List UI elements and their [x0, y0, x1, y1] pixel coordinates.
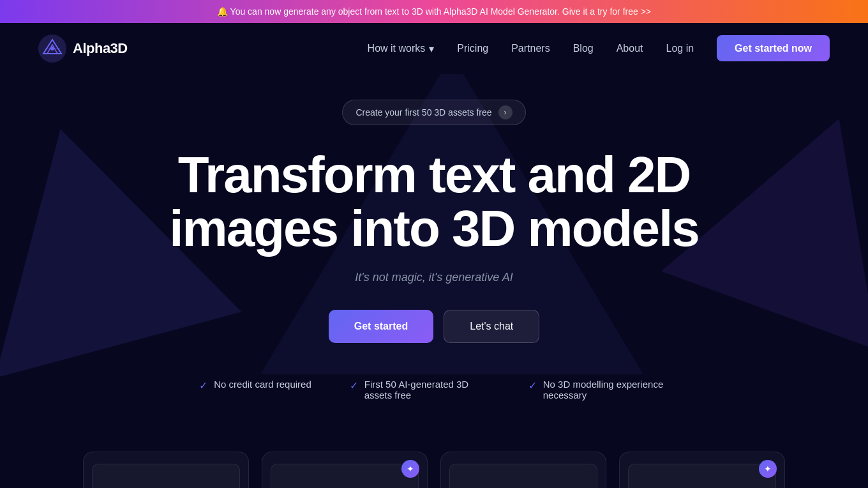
bell-icon: 🔔 — [217, 6, 228, 17]
sparkle-icon: ✦ — [407, 464, 414, 474]
nav-item-pricing[interactable]: Pricing — [457, 43, 488, 54]
headline-line2: images into 3D models — [169, 200, 698, 257]
card-4-inner — [628, 464, 776, 488]
navbar: Alpha3D How it works ▾ Pricing Partners … — [0, 23, 868, 74]
badge-arrow-icon: › — [498, 105, 513, 119]
lets-chat-button[interactable]: Let's chat — [444, 310, 539, 343]
features-row: ✓ No credit card required ✓ First 50 AI-… — [199, 379, 669, 400]
hero-subtext: It's not magic, it's generative AI — [355, 271, 513, 284]
chevron-down-icon: ▾ — [429, 43, 434, 55]
logo-icon — [38, 34, 66, 63]
check-icon-1: ✓ — [199, 379, 207, 392]
headline-line1: Transform text and 2D — [178, 146, 691, 203]
nav-item-about[interactable]: About — [617, 43, 643, 54]
hero-headline: Transform text and 2D images into 3D mod… — [169, 148, 698, 255]
badge-text: Create your first 50 3D assets free — [355, 107, 491, 118]
card-2-inner — [271, 464, 419, 488]
get-started-button[interactable]: Get started — [329, 310, 433, 343]
feature-item-50-assets: ✓ First 50 AI-generated 3D assets free — [350, 379, 490, 400]
cta-buttons: Get started Let's chat — [329, 310, 539, 343]
check-icon-3: ✓ — [528, 379, 537, 392]
announcement-text: You can now generate any object from tex… — [230, 6, 651, 17]
nav-item-how-it-works[interactable]: How it works ▾ — [368, 43, 435, 55]
card-1-inner — [92, 464, 240, 488]
sparkle-icon-2: ✦ — [764, 464, 772, 474]
nav-item-cta[interactable]: Get started now — [717, 43, 830, 54]
feature-text-2: First 50 AI-generated 3D assets free — [364, 379, 490, 400]
logo-text: Alpha3D — [73, 40, 128, 57]
card-2-badge: ✦ — [401, 460, 419, 478]
announcement-banner[interactable]: 🔔 You can now generate any object from t… — [0, 0, 868, 23]
feature-text-1: No credit card required — [214, 379, 311, 390]
feature-text-3: No 3D modelling experience necessary — [543, 379, 669, 400]
card-3-inner — [449, 464, 597, 488]
card-4: ✦ — [619, 452, 785, 488]
cards-row: ✦ ✦ — [0, 439, 868, 488]
nav-item-login[interactable]: Log in — [666, 43, 694, 54]
card-3 — [440, 452, 606, 488]
check-icon-2: ✓ — [350, 379, 358, 392]
card-2: ✦ — [262, 452, 428, 488]
nav-links: How it works ▾ Pricing Partners Blog Abo… — [368, 43, 830, 55]
nav-item-partners[interactable]: Partners — [511, 43, 550, 54]
logo[interactable]: Alpha3D — [38, 34, 128, 63]
card-1 — [83, 452, 249, 488]
hero-section: Create your first 50 3D assets free › Tr… — [0, 74, 868, 439]
free-badge[interactable]: Create your first 50 3D assets free › — [342, 100, 525, 125]
feature-item-no-credit-card: ✓ No credit card required — [199, 379, 311, 392]
card-4-badge: ✦ — [759, 460, 777, 478]
nav-item-blog[interactable]: Blog — [573, 43, 594, 54]
feature-item-no-experience: ✓ No 3D modelling experience necessary — [528, 379, 669, 400]
